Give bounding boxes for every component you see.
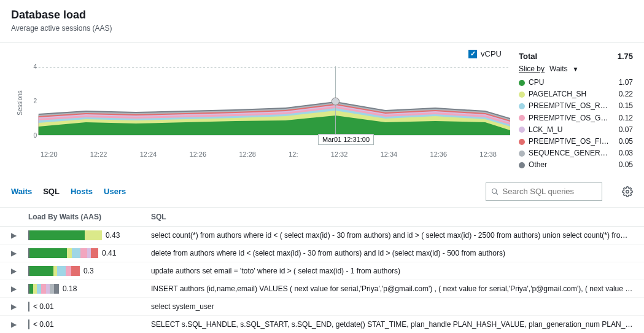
- load-bar: [28, 284, 59, 294]
- svg-text:4: 4: [34, 63, 37, 70]
- slice-value: Waits: [549, 65, 568, 73]
- svg-point-7: [492, 189, 497, 193]
- legend-item[interactable]: PREEMPTIVE_OS_FILE...0.05: [519, 136, 633, 147]
- swatch-icon: [519, 127, 525, 133]
- load-bar: [28, 319, 29, 329]
- legend-item[interactable]: PREEMPTIVE_OS_GET...0.12: [519, 112, 633, 124]
- table-row: ▶0.43select count(*) from authors where …: [0, 227, 644, 245]
- legend-value: 0.05: [611, 136, 633, 147]
- swatch-icon: [519, 92, 525, 98]
- load-bar: [28, 230, 102, 240]
- search-input-wrapper[interactable]: [486, 182, 602, 201]
- expand-icon[interactable]: ▶: [11, 320, 28, 329]
- table-row: ▶< 0.01select system_user: [0, 298, 644, 316]
- load-cell: < 0.01: [28, 319, 145, 329]
- page-subtitle: Average active sessions (AAS): [11, 24, 633, 33]
- table-row: ▶0.41delete from authors where id < (sel…: [0, 245, 644, 262]
- vcpu-checkbox[interactable]: vCPU: [468, 49, 502, 58]
- tab-waits[interactable]: Waits: [11, 187, 32, 196]
- page-title: Database load: [11, 9, 633, 22]
- load-value: < 0.01: [33, 302, 54, 311]
- legend-value: 0.15: [611, 100, 633, 112]
- load-cell: 0.18: [28, 284, 145, 294]
- load-bar: [28, 302, 29, 311]
- col-head-sql: SQL: [145, 213, 633, 221]
- checkbox-icon: [468, 50, 477, 58]
- legend-name: PAGELATCH_SH: [529, 88, 611, 100]
- legend-item[interactable]: CPU1.07: [519, 77, 633, 88]
- expand-icon[interactable]: ▶: [11, 267, 28, 275]
- total-value: 1.75: [618, 52, 633, 61]
- tab-hosts[interactable]: Hosts: [71, 187, 93, 196]
- svg-point-6: [332, 98, 339, 105]
- sql-text[interactable]: update authors set email = 'toto' where …: [145, 267, 633, 275]
- swatch-icon: [519, 103, 525, 109]
- tab-users[interactable]: Users: [104, 187, 126, 196]
- swatch-icon: [519, 162, 525, 168]
- yaxis-label: Sessions: [17, 90, 23, 116]
- legend-name: SEQUENCE_GENERATI...: [529, 147, 611, 159]
- legend-name: Other: [529, 159, 611, 171]
- chart-tooltip: Mar01 12:31:00: [318, 134, 374, 145]
- gear-icon[interactable]: [622, 186, 633, 197]
- load-cell: < 0.01: [28, 302, 145, 311]
- table-row: ▶0.18INSERT authors (id,name,email) VALU…: [0, 280, 644, 298]
- load-value: 0.41: [102, 249, 116, 257]
- legend-name: PREEMPTIVE_OS_GET...: [529, 112, 611, 124]
- legend-value: 0.12: [611, 112, 633, 124]
- legend-value: 0.22: [611, 88, 633, 100]
- svg-text:2: 2: [34, 98, 37, 104]
- sql-text[interactable]: select count(*) from authors where id < …: [145, 231, 633, 240]
- load-bar: [28, 248, 98, 258]
- legend-item[interactable]: SEQUENCE_GENERATI...0.03: [519, 147, 633, 159]
- search-icon: [491, 187, 499, 196]
- swatch-icon: [519, 115, 525, 121]
- legend-value: 0.05: [611, 159, 633, 171]
- chevron-down-icon: ▼: [573, 66, 579, 72]
- legend-name: LCK_M_U: [529, 124, 611, 136]
- table-row: ▶< 0.01SELECT s.SQL_HANDLE, s.SQL_START,…: [0, 316, 644, 334]
- load-value: 0.3: [83, 267, 94, 275]
- load-bar: [28, 266, 80, 276]
- legend-item[interactable]: Other0.05: [519, 159, 633, 171]
- search-input[interactable]: [503, 187, 597, 196]
- legend-value: 0.03: [611, 147, 633, 159]
- load-value: 0.43: [106, 231, 120, 240]
- expand-icon[interactable]: ▶: [11, 284, 28, 293]
- load-value: 0.18: [63, 284, 77, 293]
- swatch-icon: [519, 80, 525, 86]
- load-value: < 0.01: [33, 320, 54, 329]
- swatch-icon: [519, 151, 525, 157]
- slice-label: Slice by: [519, 65, 545, 73]
- svg-text:0: 0: [34, 132, 37, 139]
- svg-point-9: [626, 190, 629, 193]
- sql-text[interactable]: SELECT s.SQL_HANDLE, s.SQL_START, s.SQL_…: [145, 320, 633, 329]
- svg-line-8: [496, 192, 498, 194]
- load-cell: 0.43: [28, 230, 145, 240]
- legend-value: 0.07: [611, 124, 633, 136]
- swatch-icon: [519, 139, 525, 145]
- sql-text[interactable]: select system_user: [145, 302, 633, 311]
- legend-item[interactable]: LCK_M_U0.07: [519, 124, 633, 136]
- total-label: Total: [519, 52, 537, 61]
- legend-name: PREEMPTIVE_OS_FILE...: [529, 136, 611, 147]
- legend-name: CPU: [529, 77, 611, 88]
- x-axis-ticks: 12:2012:2212:2412:2612:2812:12:3212:3412…: [11, 149, 510, 158]
- sql-text[interactable]: delete from authors where id < (select m…: [145, 249, 633, 257]
- legend-value: 1.07: [611, 77, 633, 88]
- load-cell: 0.3: [28, 266, 145, 276]
- legend-item[interactable]: PREEMPTIVE_OS_REPO...0.15: [519, 100, 633, 112]
- expand-icon[interactable]: ▶: [11, 249, 28, 257]
- slice-by-dropdown[interactable]: Slice by Waits ▼: [519, 65, 633, 73]
- sql-text[interactable]: INSERT authors (id,name,email) VALUES ( …: [145, 284, 633, 293]
- table-row: ▶0.3update authors set email = 'toto' wh…: [0, 262, 644, 280]
- legend-item[interactable]: PAGELATCH_SH0.22: [519, 88, 633, 100]
- vcpu-label: vCPU: [481, 49, 502, 58]
- expand-icon[interactable]: ▶: [11, 302, 28, 311]
- col-head-load: Load By Waits (AAS): [28, 213, 145, 221]
- load-cell: 0.41: [28, 248, 145, 258]
- legend-name: PREEMPTIVE_OS_REPO...: [529, 100, 611, 112]
- sessions-chart: 4 2 0: [11, 49, 510, 147]
- expand-icon[interactable]: ▶: [11, 231, 28, 240]
- tab-sql[interactable]: SQL: [43, 187, 60, 196]
